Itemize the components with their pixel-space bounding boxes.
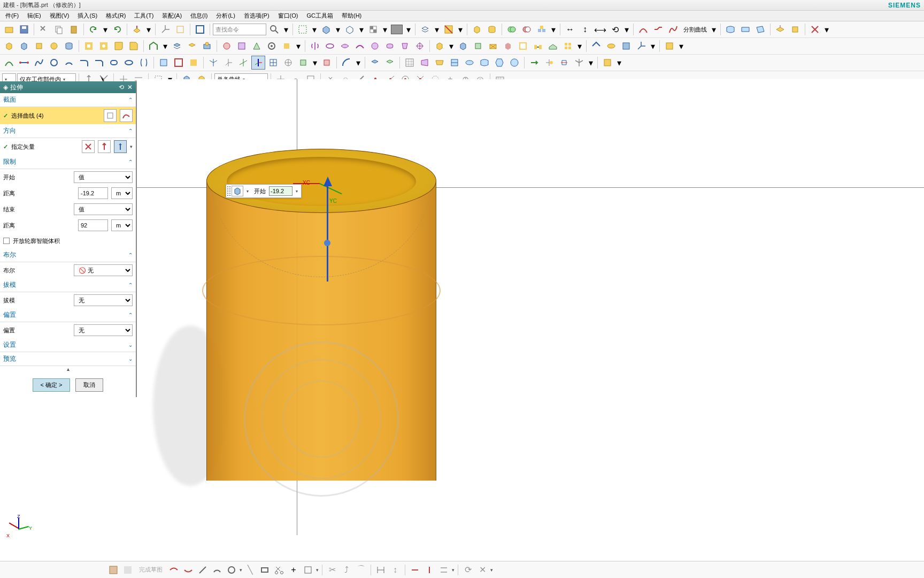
curve3-icon[interactable] <box>666 22 680 36</box>
menu-window[interactable]: 窗口(O) <box>275 11 302 21</box>
start-unit-dd[interactable]: mm <box>111 187 133 199</box>
3d-viewport[interactable]: XC YC ▾ 开始 ▾ <box>137 79 924 578</box>
tb3-csys4[interactable] <box>251 56 265 70</box>
tb3-8[interactable] <box>107 56 121 70</box>
section-hdr[interactable]: 截面⌃ <box>0 93 136 107</box>
sk-rect-icon[interactable] <box>258 564 271 576</box>
layer-dd[interactable]: ▾ <box>433 22 441 36</box>
wcs-icon[interactable] <box>158 22 172 36</box>
tb3-12[interactable] <box>172 56 186 70</box>
tb3-9[interactable] <box>122 56 136 70</box>
float-start-dd[interactable]: ▾ <box>294 186 300 196</box>
direction-hdr[interactable]: 方向⌃ <box>0 124 136 138</box>
tb2-20[interactable] <box>456 39 470 53</box>
tb3-csys7d[interactable]: ▾ <box>311 56 319 70</box>
tb3-csys2[interactable] <box>221 56 235 70</box>
tb2-17[interactable] <box>265 39 279 53</box>
tb2-2[interactable] <box>17 39 31 53</box>
tb2-32d[interactable]: ▾ <box>677 39 685 53</box>
tb3-mesh4-icon[interactable] <box>448 56 461 70</box>
del-icon[interactable] <box>808 22 822 36</box>
vector-dialog-icon[interactable] <box>114 140 127 153</box>
tb2-13[interactable] <box>200 39 214 53</box>
surf2-icon[interactable] <box>738 22 752 36</box>
open-icon[interactable] <box>2 22 16 36</box>
select-curve-row[interactable]: ✓ 选择曲线 (4) <box>0 107 136 124</box>
float-type-icon[interactable] <box>232 186 243 196</box>
tb3-mesh2-icon[interactable] <box>418 56 432 70</box>
fit-dd[interactable]: ▾ <box>311 22 318 36</box>
unite-icon[interactable] <box>505 22 519 36</box>
tb3-last-icon[interactable] <box>600 56 614 70</box>
transp-icon[interactable] <box>366 22 380 36</box>
tb2-rev2[interactable] <box>323 39 337 53</box>
sk-trim2-icon[interactable]: ✂ <box>326 564 338 576</box>
tb3-10[interactable] <box>137 56 151 70</box>
tb3-3[interactable] <box>32 56 46 70</box>
tb3-last-dd[interactable]: ▾ <box>615 56 623 70</box>
sk-line-icon[interactable] <box>196 564 209 576</box>
tb3-arc-dd[interactable]: ▾ <box>355 56 362 70</box>
sk-dim1-icon[interactable] <box>374 564 387 576</box>
extrude-icon[interactable] <box>130 22 144 36</box>
layer-icon[interactable] <box>418 22 432 36</box>
tb3-mesh6-icon[interactable] <box>478 56 491 70</box>
save-icon[interactable] <box>17 22 31 36</box>
sk-slash-icon[interactable]: ╲ <box>244 564 257 576</box>
tb2-rev8[interactable] <box>413 39 427 53</box>
menu-gc[interactable]: GC工具箱 <box>303 11 336 21</box>
search-icon[interactable] <box>267 22 281 36</box>
menu-analysis[interactable]: 分析(L) <box>213 11 238 21</box>
sk-circle-icon[interactable] <box>225 564 238 576</box>
tb2-27d[interactable]: ▾ <box>576 39 583 53</box>
end-dist-input[interactable] <box>78 219 108 231</box>
draft-dd[interactable]: 无 <box>74 294 133 306</box>
tb2-12[interactable] <box>185 39 199 53</box>
sk-ext2-icon[interactable]: ⤴ <box>340 564 353 576</box>
shade-dd[interactable]: ▾ <box>334 22 342 36</box>
sk-fillet-icon[interactable]: ⌒ <box>355 564 367 576</box>
close-icon[interactable]: ✕ <box>127 83 133 91</box>
tb2-9[interactable] <box>127 39 141 53</box>
tb3-7[interactable] <box>92 56 106 70</box>
wire-dd[interactable]: ▾ <box>358 22 365 36</box>
end-type-dd[interactable]: 值 <box>74 203 133 215</box>
tb3-mesh5-icon[interactable] <box>463 56 476 70</box>
tb2-15[interactable] <box>235 39 249 53</box>
sk-upd-icon[interactable]: ⟳ <box>461 564 474 576</box>
menu-file[interactable]: 件(F) <box>2 11 22 21</box>
sk-finish-icon[interactable] <box>121 564 134 576</box>
float-start-input[interactable] <box>269 186 292 196</box>
tb3-1[interactable] <box>2 56 16 70</box>
tb3-face-icon[interactable] <box>368 56 382 70</box>
curve-icon[interactable] <box>120 109 133 122</box>
tb3-csys5[interactable] <box>266 56 280 70</box>
tb2-31d[interactable]: ▾ <box>649 39 657 53</box>
sk-del-icon[interactable]: ✕ <box>476 564 489 576</box>
ok-button[interactable]: < 确定 > <box>33 378 71 392</box>
tb2-8[interactable] <box>112 39 126 53</box>
tb3-xform4-icon[interactable] <box>572 56 586 70</box>
sk-undo-icon[interactable] <box>167 564 180 576</box>
tb3-csys7[interactable] <box>296 56 310 70</box>
tb2-27[interactable] <box>561 39 575 53</box>
tb2-rev6[interactable] <box>383 39 397 53</box>
clip-dd[interactable]: ▾ <box>457 22 464 36</box>
tb3-xform3-icon[interactable] <box>557 56 571 70</box>
color-swatch[interactable] <box>391 25 403 34</box>
tb3-2[interactable] <box>17 56 31 70</box>
dim4-icon[interactable]: ⟲ <box>608 22 622 36</box>
menu-assemblies[interactable]: 装配(A) <box>159 11 185 21</box>
tb2-19d[interactable]: ▾ <box>448 39 455 53</box>
tb3-mesh8-icon[interactable] <box>507 56 521 70</box>
subtract-icon[interactable] <box>520 22 534 36</box>
menu-format[interactable]: 格式(R) <box>103 11 129 21</box>
tb2-19[interactable] <box>433 39 446 53</box>
tb2-rev3[interactable] <box>338 39 352 53</box>
surf3-icon[interactable] <box>753 22 767 36</box>
sk-trim-icon[interactable] <box>273 564 286 576</box>
dim1-icon[interactable]: ↔ <box>563 22 577 36</box>
menu-edit[interactable]: 辑(E) <box>24 11 44 21</box>
tb2-18d[interactable]: ▾ <box>295 39 302 53</box>
boolean-hdr[interactable]: 布尔⌃ <box>0 248 136 262</box>
